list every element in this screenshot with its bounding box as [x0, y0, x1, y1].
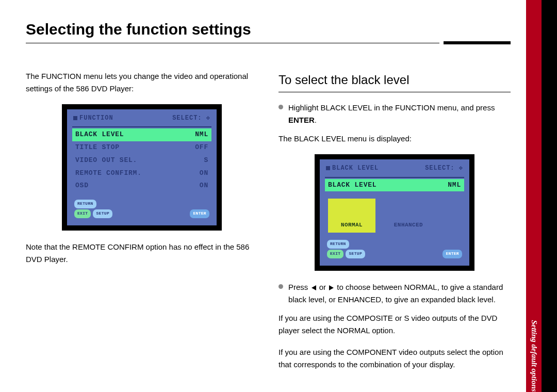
osd-row-video-out: VIDEO OUT SEL.S: [72, 154, 211, 167]
after-step-1: The BLACK LEVEL menu is displayed:: [278, 133, 511, 145]
osd-header: FUNCTION SELECT: ✥: [72, 113, 211, 126]
osd-options: NORMAL ENHANCED: [325, 199, 464, 233]
osd-function-menu: FUNCTION SELECT: ✥ BLACK LEVELNML TITLE …: [62, 104, 222, 231]
manual-page: Selecting the function settings The FUNC…: [0, 0, 526, 392]
osd-row-black-level: BLACK LEVELNML: [72, 128, 211, 141]
option-normal: NORMAL: [328, 199, 375, 233]
step-1: Highlight BLACK LEVEL in the FUNCTION me…: [278, 102, 511, 126]
note-text: Note that the REMOTE CONFIRM option has …: [26, 241, 258, 266]
section-heading: To select the black level: [278, 70, 511, 90]
page-edge: [542, 0, 557, 392]
side-tab-label: Setting default options39: [530, 320, 538, 392]
section-rule: [278, 92, 511, 92]
left-column: The FUNCTION menu lets you change the vi…: [26, 70, 258, 380]
bullet-icon: [278, 284, 283, 289]
osd-row-black-level: BLACK LEVELNML: [325, 179, 464, 192]
intro-text: The FUNCTION menu lets you change the vi…: [26, 70, 258, 95]
step-2: Press or to choose between NORMAL, to gi…: [278, 281, 511, 306]
title-rule: [26, 41, 511, 44]
osd-row-title-stop: TITLE STOPOFF: [72, 141, 211, 154]
side-tab: Setting default options39: [526, 0, 542, 392]
menu-marker-icon: [73, 116, 77, 120]
page-title: Selecting the function settings: [26, 21, 526, 38]
osd-header: BLACK LEVEL SELECT: ✥: [325, 164, 464, 176]
para-composite: If you are using the COMPOSITE or S vide…: [278, 312, 511, 337]
osd-footer: RETURN: [325, 240, 464, 249]
content-columns: The FUNCTION menu lets you change the vi…: [26, 70, 511, 380]
osd-row-osd: OSDON: [72, 179, 211, 192]
right-column: To select the black level Highlight BLAC…: [278, 70, 511, 380]
osd-row-remote-confirm: REMOTE CONFIRM.ON: [72, 167, 211, 180]
osd-black-level-menu: BLACK LEVEL SELECT: ✥ BLACK LEVELNML NOR…: [315, 154, 474, 271]
right-arrow-icon: [329, 285, 334, 290]
para-component: If you are using the COMPONENT video out…: [278, 346, 511, 371]
menu-marker-icon: [326, 166, 330, 170]
left-arrow-icon: [312, 285, 316, 290]
option-enhanced: ENHANCED: [385, 199, 432, 233]
osd-footer: RETURN: [72, 200, 211, 208]
bullet-icon: [278, 105, 283, 109]
